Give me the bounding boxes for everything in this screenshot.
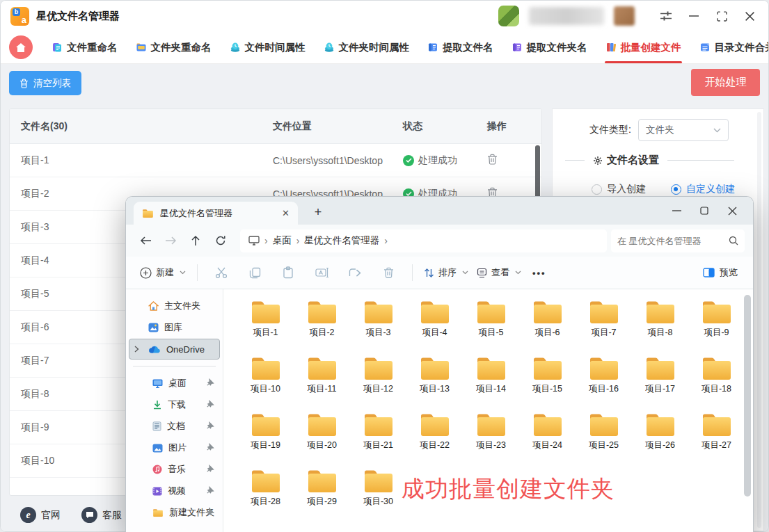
customer-service-link[interactable]: 客服 (81, 507, 122, 523)
breadcrumb-desktop[interactable]: 桌面 (273, 234, 292, 247)
folder-item[interactable]: 项目-11 (294, 353, 350, 409)
tab-extract-foldername[interactable]: 提取文件夹名 (502, 31, 596, 63)
start-process-button[interactable]: 开始处理 (691, 69, 760, 96)
new-button[interactable]: 新建 (136, 266, 190, 279)
breadcrumb[interactable]: › 桌面 › 星优文件名管理器 › (240, 229, 607, 252)
share-button[interactable] (338, 261, 372, 284)
folder-name: 项目-4 (422, 327, 447, 339)
folder-item[interactable]: 项目-2 (294, 296, 350, 353)
explorer-scrollbar[interactable] (744, 295, 751, 532)
folder-item[interactable]: 项目-8 (632, 296, 688, 353)
folder-item[interactable]: 项目-14 (463, 353, 519, 409)
sidebar-item-pictures[interactable]: 图片 (129, 437, 220, 458)
sidebar-item-desktop[interactable]: 桌面 (129, 373, 220, 394)
folder-item[interactable]: 项目-25 (576, 409, 632, 465)
explorer-tab[interactable]: 星优文件名管理器 ✕ (134, 202, 298, 225)
maximize-button[interactable] (713, 7, 731, 25)
clear-list-button[interactable]: 清空列表 (9, 71, 81, 95)
user-avatar[interactable] (498, 6, 519, 26)
tab-extract-filename[interactable]: 提取文件名 (418, 31, 502, 63)
settings-sliders-icon[interactable] (657, 7, 675, 25)
preview-toggle[interactable]: 预览 (703, 266, 743, 279)
rename-button[interactable] (305, 261, 338, 284)
folder-name: 项目-18 (701, 383, 731, 395)
radio-selected-icon (671, 184, 681, 195)
tab-file-time[interactable]: 文件时间属性 (221, 31, 315, 63)
folder-item[interactable]: 项目-24 (519, 409, 576, 465)
more-options-button[interactable]: ••• (525, 268, 553, 278)
explorer-maximize-button[interactable] (690, 200, 718, 222)
folder-item[interactable]: 项目-4 (406, 296, 463, 353)
tab-batch-create[interactable]: 批量创建文件 (596, 31, 690, 63)
tab-close-icon[interactable]: ✕ (282, 209, 290, 218)
folder-item[interactable]: 项目-26 (632, 409, 688, 465)
folder-icon (363, 299, 395, 325)
radio-import-create[interactable]: 导入创建 (592, 183, 646, 195)
back-button[interactable] (133, 229, 158, 252)
folder-item[interactable]: 项目-29 (294, 465, 350, 522)
close-button[interactable] (740, 7, 759, 25)
folder-item[interactable]: 项目-17 (632, 353, 688, 409)
folder-item[interactable]: 项目-3 (350, 296, 406, 353)
tab-folder-time[interactable]: 文件夹时间属性 (315, 31, 419, 63)
folder-item[interactable]: 项目-23 (463, 409, 519, 465)
explorer-minimize-button[interactable] (663, 200, 690, 222)
home-button[interactable] (9, 35, 33, 59)
sidebar-item-onedrive[interactable]: OneDrive (129, 339, 220, 360)
folder-item[interactable]: 项目-1 (237, 296, 294, 353)
breadcrumb-current-folder[interactable]: 星优文件名管理器 (304, 234, 379, 247)
sidebar-item-new-folder[interactable]: 新建文件夹 (129, 502, 220, 523)
folder-item[interactable]: 项目-6 (519, 296, 576, 353)
sidebar-item-gallery[interactable]: 图库 (129, 317, 220, 338)
official-site-link[interactable]: e 官网 (20, 507, 61, 523)
folder-item[interactable]: 项目-18 (688, 353, 745, 409)
minimize-button[interactable] (685, 7, 703, 25)
sidebar-item-videos[interactable]: 视频 (129, 481, 220, 501)
forward-button[interactable] (158, 229, 183, 252)
sidebar-item-downloads[interactable]: 下载 (129, 394, 220, 415)
radio-custom-create[interactable]: 自定义创建 (671, 183, 735, 195)
file-type-select[interactable]: 文件夹 (638, 119, 729, 141)
folder-item[interactable]: 项目-9 (688, 296, 745, 353)
search-input[interactable] (617, 236, 729, 246)
folder-rename-icon (136, 42, 147, 53)
cut-button[interactable] (205, 261, 238, 284)
col-status: 状态 (392, 120, 476, 133)
tab-folder-rename[interactable]: 文件夹重命名 (127, 31, 221, 63)
folder-item[interactable]: 项目-30 (350, 465, 406, 522)
folder-item[interactable]: 项目-28 (237, 465, 294, 522)
view-button[interactable]: 查看 (473, 266, 525, 279)
folder-item[interactable]: 项目-5 (463, 296, 519, 353)
explorer-search[interactable] (611, 229, 745, 252)
delete-button[interactable] (372, 261, 405, 284)
this-pc-icon (248, 236, 260, 245)
folder-item[interactable]: 项目-21 (350, 409, 406, 465)
sidebar-item-documents[interactable]: 文档 (129, 416, 220, 437)
app-titlebar: ba 星优文件名管理器 (1, 1, 768, 31)
new-tab-button[interactable]: + (308, 202, 328, 222)
folder-item[interactable]: 项目-22 (406, 409, 463, 465)
pin-icon (207, 465, 214, 472)
folder-item[interactable]: 项目-27 (688, 409, 745, 465)
folder-item[interactable]: 项目-12 (350, 353, 406, 409)
folder-item[interactable]: 项目-10 (237, 353, 294, 409)
copy-button[interactable] (238, 261, 271, 284)
folder-item[interactable]: 项目-7 (576, 296, 632, 353)
folder-item[interactable]: 项目-20 (294, 409, 350, 465)
tab-merge-extract[interactable]: 目录文件合并/提取 (690, 31, 769, 63)
sidebar-item-music[interactable]: 音乐 (129, 459, 220, 480)
delete-row-button[interactable] (487, 154, 498, 165)
folder-item[interactable]: 项目-15 (519, 353, 576, 409)
folder-item[interactable]: 项目-16 (576, 353, 632, 409)
status-text: 处理成功 (418, 154, 457, 167)
refresh-button[interactable] (208, 229, 233, 252)
folder-item[interactable]: 项目-13 (406, 353, 463, 409)
sidebar-item-home[interactable]: 主文件夹 (129, 296, 220, 316)
up-button[interactable] (183, 229, 208, 252)
sort-button[interactable]: 排序 (420, 266, 473, 279)
tab-file-rename[interactable]: 文件重命名 (42, 31, 127, 63)
paste-button[interactable] (271, 261, 305, 284)
folder-item[interactable]: 项目-19 (237, 409, 294, 465)
panel-scrollbar[interactable] (757, 112, 761, 528)
explorer-close-button[interactable] (718, 200, 746, 222)
